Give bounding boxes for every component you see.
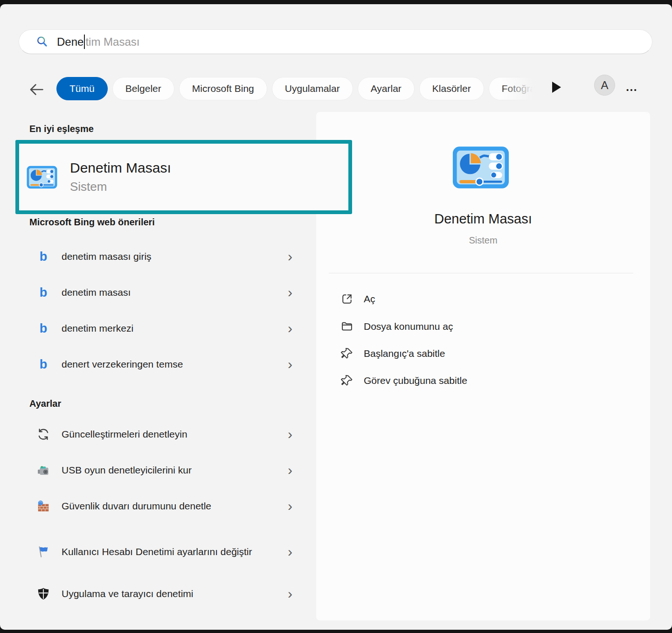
tab-all[interactable]: Tümü (56, 77, 108, 100)
chevron-right-icon: › (288, 250, 292, 264)
chevron-right-icon: › (288, 499, 292, 513)
best-match-subtitle: Sistem (70, 180, 171, 194)
tab-photos[interactable]: Fotoğraflar (489, 77, 541, 100)
settings-result-row[interactable]: Güncelleştirmeleri denetleyin › (19, 421, 296, 448)
uac-flag-icon (36, 545, 50, 559)
search-typed-text: Dene (57, 35, 83, 49)
action-open[interactable]: Aç (330, 288, 633, 310)
settings-section-heading: Ayarlar (29, 398, 61, 409)
result-label: Güncelleştirmeleri denetleyin (62, 427, 187, 442)
result-label: denetim masası giriş (62, 249, 152, 264)
divider (329, 273, 633, 273)
search-suggestion-text: tim Masası (85, 35, 139, 49)
action-label: Dosya konumunu aç (364, 321, 453, 332)
result-label: denetim merkezi (62, 321, 133, 336)
game-controller-setup-icon (36, 463, 50, 477)
windows-search-flyout: Dene tim Masası Tümü Belgeler Microsoft … (0, 4, 672, 630)
chevron-right-icon: › (288, 587, 292, 601)
filter-tabs: Tümü Belgeler Microsoft Bing Uygulamalar… (56, 75, 541, 102)
settings-result-row[interactable]: Uygulama ve tarayıcı denetimi › (19, 580, 296, 607)
bing-suggestion-row[interactable]: b denetim masası giriş › (19, 243, 296, 270)
back-arrow-icon[interactable] (28, 81, 45, 98)
bing-suggestion-row[interactable]: b denert verzekeringen temse › (19, 351, 296, 378)
preview-subtitle: Sistem (316, 235, 650, 246)
tab-apps[interactable]: Uygulamalar (272, 77, 353, 100)
bing-section-heading: Microsoft Bing web önerileri (29, 217, 155, 228)
pin-icon (340, 374, 353, 387)
search-icon (36, 35, 48, 48)
bing-icon: b (36, 250, 50, 264)
action-pin-to-taskbar[interactable]: Görev çubuğuna sabitle (330, 370, 633, 391)
account-avatar[interactable]: A (594, 75, 615, 96)
bing-icon: b (36, 285, 50, 299)
defender-shield-icon (36, 587, 50, 601)
chevron-right-icon: › (288, 463, 292, 477)
chevron-right-icon: › (288, 321, 292, 335)
chevron-right-icon: › (288, 545, 292, 559)
action-open-file-location[interactable]: Dosya konumunu aç (330, 316, 633, 337)
action-label: Görev çubuğuna sabitle (364, 375, 467, 386)
settings-result-row[interactable]: USB oyun denetleyicilerini kur › (19, 457, 296, 484)
settings-result-row[interactable]: Kullanıcı Hesabı Denetimi ayarlarını değ… (19, 529, 296, 575)
tab-microsoft-bing[interactable]: Microsoft Bing (179, 77, 267, 100)
chevron-right-icon: › (288, 427, 292, 441)
firewall-icon (36, 499, 50, 513)
chevron-right-icon: › (288, 357, 292, 371)
best-match-result[interactable]: Denetim Masası Sistem (15, 140, 352, 214)
search-input[interactable]: Dene tim Masası (19, 29, 652, 54)
bing-icon: b (36, 321, 50, 335)
bing-suggestion-row[interactable]: b denetim merkezi › (19, 315, 296, 342)
chevron-right-icon: › (288, 285, 292, 299)
tab-settings[interactable]: Ayarlar (358, 77, 415, 100)
action-label: Başlangıç'a sabitle (364, 348, 445, 359)
action-pin-to-start[interactable]: Başlangıç'a sabitle (330, 343, 633, 364)
best-match-heading: En iyi eşleşme (29, 124, 94, 134)
control-panel-icon (452, 146, 509, 189)
action-label: Aç (364, 293, 375, 305)
more-options-icon[interactable]: ••• (626, 80, 638, 99)
result-label: USB oyun denetleyicilerini kur (62, 463, 192, 478)
result-label: Güvenlik duvarı durumunu denetle (62, 499, 211, 514)
folder-icon (340, 320, 353, 333)
bing-icon: b (36, 357, 50, 371)
text-cursor (84, 35, 85, 49)
tab-folders[interactable]: Klasörler (419, 77, 484, 100)
pin-icon (340, 347, 353, 360)
bing-suggestion-row[interactable]: b denetim masası › (19, 279, 296, 306)
preview-title: Denetim Masası (316, 211, 650, 227)
open-external-icon (340, 292, 353, 306)
preview-panel: Denetim Masası Sistem Aç Dosya konumunu … (316, 112, 650, 620)
control-panel-icon (27, 165, 57, 189)
result-label: Kullanıcı Hesabı Denetimi ayarlarını değ… (62, 544, 252, 560)
sync-icon (36, 427, 50, 441)
tabs-expand-icon[interactable] (552, 82, 562, 94)
result-label: Uygulama ve tarayıcı denetimi (62, 586, 193, 602)
tab-documents[interactable]: Belgeler (112, 77, 174, 100)
result-label: denert verzekeringen temse (62, 357, 183, 372)
best-match-title: Denetim Masası (70, 160, 171, 176)
result-label: denetim masası (62, 285, 131, 300)
settings-result-row[interactable]: Güvenlik duvarı durumunu denetle › (19, 493, 296, 520)
